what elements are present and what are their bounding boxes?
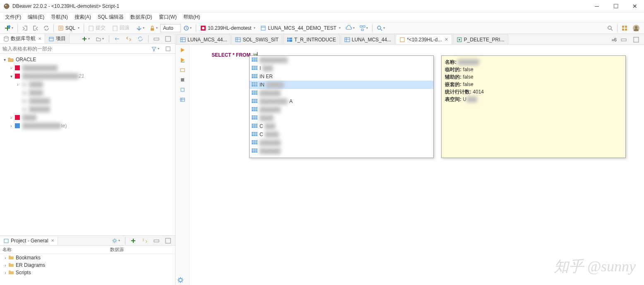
tree-root-oracle[interactable]: ▾ ORACLE	[0, 55, 175, 64]
ac-item[interactable]: C████	[250, 130, 433, 139]
ac-item[interactable]: ██████	[250, 89, 433, 97]
menu-file[interactable]: 文件(F)	[2, 13, 24, 22]
autocomplete-popup[interactable]: ████████ I███ IN ER IN█████ ██████ █████…	[249, 55, 434, 158]
run-button[interactable]	[179, 46, 186, 54]
ac-item[interactable]: ████████A	[250, 97, 433, 105]
project-max-button[interactable]	[163, 236, 173, 245]
tree-item[interactable]: ›██████████	[0, 64, 175, 72]
editor-min-button[interactable]	[619, 35, 629, 44]
nav-tab-database[interactable]: 数据库导航 ✕	[0, 34, 45, 43]
db-tree[interactable]: ▾ ORACLE ›██████████ ▾████████████████21…	[0, 54, 175, 235]
editor-tab[interactable]: P_DELETE_PRI...	[453, 34, 508, 44]
close-icon[interactable]: ✕	[38, 36, 41, 41]
editor-tab[interactable]: LUNA_MCS_44...	[341, 34, 395, 44]
schema-icon: ▦	[21, 89, 27, 96]
project-row-er[interactable]: ›ER Diagrams	[0, 261, 175, 269]
refresh-button[interactable]	[41, 24, 51, 33]
nav-new-button[interactable]	[79, 34, 92, 43]
project-row-bookmarks[interactable]: ›Bookmarks	[0, 254, 175, 261]
ac-item[interactable]: ██████	[250, 147, 433, 155]
run-script-button[interactable]	[179, 56, 186, 64]
svg-rect-38	[400, 38, 404, 42]
user-button[interactable]	[630, 24, 642, 33]
tree-item[interactable]: ›▦████	[0, 80, 175, 89]
project-new-button[interactable]	[128, 236, 138, 245]
menu-window[interactable]: 窗口(W)	[156, 13, 180, 22]
tabs-overflow[interactable]: »6	[612, 37, 617, 42]
status-gear-icon[interactable]	[177, 277, 184, 283]
table-icon	[287, 37, 293, 43]
tree-item[interactable]: ▦██████	[0, 97, 175, 105]
nav-link-button[interactable]	[124, 34, 134, 43]
editor-tab[interactable]: LUNA_MCS_44...	[176, 34, 231, 44]
menu-edit[interactable]: 编辑(E)	[24, 13, 48, 22]
tree-item[interactable]: ▦██████	[0, 105, 175, 113]
project-min-button[interactable]	[151, 236, 161, 245]
perspective-button[interactable]	[620, 24, 630, 33]
ac-item[interactable]: ████████	[250, 56, 433, 64]
svg-rect-30	[4, 239, 8, 243]
disconnect-button[interactable]	[31, 24, 41, 33]
filter-button[interactable]	[149, 44, 161, 53]
nav-refresh-button[interactable]	[135, 34, 145, 43]
project-tab[interactable]: Project - General ✕	[0, 237, 58, 245]
ac-item[interactable]: ████	[250, 114, 433, 122]
folder-icon	[8, 270, 14, 275]
editor-tab-active[interactable]: *<10.239HL-d...✕	[396, 34, 452, 44]
stop-button[interactable]	[179, 76, 186, 84]
editor-tab[interactable]: T_R_INTRODUCE	[283, 34, 340, 44]
filter-settings-button[interactable]	[163, 44, 173, 53]
project-settings-button[interactable]	[110, 236, 122, 245]
ac-item-selected[interactable]: IN█████	[250, 81, 433, 89]
editor-tab[interactable]: SOL_SWIS_SIT	[231, 34, 282, 44]
nav-max-button[interactable]	[163, 34, 173, 43]
svg-rect-54	[252, 115, 257, 120]
tree-item[interactable]: ›████	[0, 113, 175, 122]
minimize-button[interactable]: ─	[591, 0, 603, 12]
erd-button[interactable]	[358, 24, 370, 33]
tree-item[interactable]: ▾████████████████21	[0, 72, 175, 80]
auto-select[interactable]: Auto	[160, 24, 181, 32]
menu-search[interactable]: 搜索(A)	[71, 13, 94, 22]
sql-editor-button[interactable]: SQL	[56, 24, 82, 33]
close-icon[interactable]: ✕	[445, 37, 448, 42]
lock-button[interactable]	[147, 24, 160, 33]
export-button[interactable]	[179, 86, 186, 93]
project-row-scripts[interactable]: ›Scripts	[0, 269, 175, 276]
tx-button[interactable]	[134, 24, 147, 33]
rollback-button[interactable]: 回滚	[110, 24, 133, 33]
project-link-button[interactable]	[140, 236, 150, 245]
connect-button[interactable]	[20, 24, 30, 33]
nav-tab-project[interactable]: 项目	[45, 34, 70, 43]
search-button[interactable]	[375, 24, 387, 33]
schema-select[interactable]: LUNA_MCS_44_DEMO_TEST	[258, 24, 342, 33]
tree-item[interactable]: ▦████	[0, 89, 175, 97]
new-connection-button[interactable]	[2, 24, 15, 33]
ac-item[interactable]: C███	[250, 122, 433, 130]
menu-database[interactable]: 数据库(D)	[127, 13, 156, 22]
nav-min-button[interactable]	[151, 34, 161, 43]
ac-item[interactable]: I███	[250, 64, 433, 72]
ac-item[interactable]: IN ER	[250, 72, 433, 81]
ac-item[interactable]: ██████	[250, 105, 433, 114]
nav-collapse-button[interactable]	[112, 34, 122, 43]
search-icon[interactable]	[605, 24, 615, 33]
history-button[interactable]	[181, 24, 194, 33]
menu-help[interactable]: 帮助(H)	[180, 13, 204, 22]
nav-filter-input[interactable]	[0, 44, 147, 53]
close-button[interactable]: ✕	[629, 0, 641, 12]
table-button[interactable]	[179, 96, 186, 103]
commit-button[interactable]: 提交	[86, 24, 109, 33]
svg-rect-42	[634, 37, 639, 42]
connection-select[interactable]: 10.239HL-demotest	[198, 24, 257, 33]
menu-nav[interactable]: 导航(N)	[48, 13, 71, 22]
nav-folder-button[interactable]	[94, 34, 106, 43]
close-icon[interactable]: ✕	[51, 238, 54, 243]
tree-item[interactable]: ›███████████te)	[0, 122, 175, 130]
menu-sql[interactable]: SQL 编辑器	[94, 13, 127, 22]
maximize-button[interactable]: ☐	[610, 0, 622, 12]
cloud-button[interactable]	[344, 24, 357, 33]
explain-button[interactable]	[179, 66, 186, 74]
editor-max-button[interactable]	[631, 35, 641, 44]
ac-item[interactable]: ██████	[250, 139, 433, 147]
